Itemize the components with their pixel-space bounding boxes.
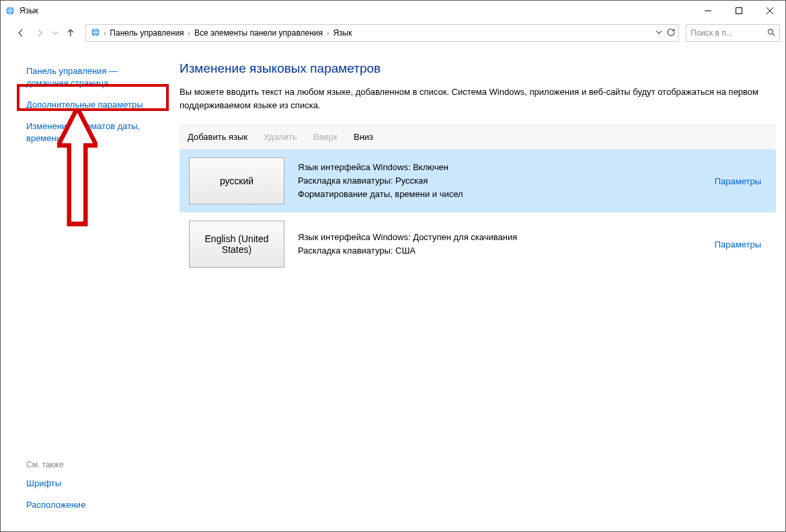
language-detail-line: Язык интерфейса Windows: Доступен для ск… <box>298 231 701 244</box>
sidebar-link-advanced[interactable]: Дополнительные параметры <box>1 98 167 114</box>
chevron-right-icon: › <box>102 30 107 37</box>
svg-rect-2 <box>736 8 742 14</box>
search-icon <box>767 28 775 38</box>
window: Язык › Панель управления › Все элементы … <box>0 0 786 532</box>
page-heading: Изменение языковых параметров <box>180 61 776 76</box>
sidebar-link-location[interactable]: Расположение <box>1 498 167 514</box>
chevron-right-icon: › <box>187 30 192 37</box>
toolbar-remove[interactable]: Удалить <box>264 132 297 142</box>
search-placeholder: Поиск в п... <box>691 28 733 38</box>
window-title: Язык <box>19 6 38 15</box>
page-description: Вы можете вводить текст на любом языке, … <box>180 85 776 112</box>
language-detail-line: Раскладка клавиатуры: США <box>298 244 701 258</box>
language-options-link[interactable]: Параметры <box>715 239 767 250</box>
see-also-label: См. также <box>1 459 167 473</box>
language-tile[interactable]: русский <box>189 157 284 204</box>
close-button[interactable] <box>754 1 785 21</box>
up-button[interactable] <box>63 25 79 41</box>
app-icon <box>5 5 15 16</box>
address-icon <box>90 27 101 40</box>
language-tile[interactable]: English (United States) <box>189 221 284 268</box>
language-detail-line: Раскладка клавиатуры: Русская <box>298 174 701 188</box>
language-detail-line: Язык интерфейса Windows: Включен <box>298 161 701 174</box>
address-box[interactable]: › Панель управления › Все элементы панел… <box>85 24 679 42</box>
back-button[interactable] <box>13 25 29 41</box>
forward-button[interactable] <box>32 25 48 41</box>
sidebar-link-datetime[interactable]: Изменение форматов даты, времени и чисел <box>1 119 167 147</box>
svg-line-7 <box>773 34 775 36</box>
toolbar-move-up[interactable]: Вверх <box>313 132 338 142</box>
main-content: Изменение языковых параметров Вы можете … <box>167 45 785 530</box>
language-details: Язык интерфейса Windows: Включен Расклад… <box>298 161 701 201</box>
language-options-link[interactable]: Параметры <box>715 176 767 186</box>
language-detail-line: Форматирование даты, времени и чисел <box>298 188 701 201</box>
sidebar-link-fonts[interactable]: Шрифты <box>1 476 167 492</box>
maximize-button[interactable] <box>723 1 754 21</box>
sidebar-link-home[interactable]: Панель управления — домашняя страница <box>1 64 167 92</box>
language-list: русский Язык интерфейса Windows: Включен… <box>180 149 776 276</box>
toolbar: Добавить язык Удалить Вверх Вниз <box>180 124 776 149</box>
language-details: Язык интерфейса Windows: Доступен для ск… <box>298 231 701 258</box>
svg-point-6 <box>769 29 773 34</box>
chevron-down-icon[interactable] <box>656 28 662 38</box>
refresh-button[interactable] <box>666 28 676 39</box>
search-input[interactable]: Поиск в п... <box>686 24 780 42</box>
toolbar-add-language[interactable]: Добавить язык <box>188 132 247 142</box>
sidebar: Панель управления — домашняя страница До… <box>1 45 167 530</box>
language-row[interactable]: English (United States) Язык интерфейса … <box>180 213 776 276</box>
breadcrumb-item[interactable]: Все элементы панели управления <box>192 28 325 38</box>
recent-dropdown[interactable] <box>50 25 60 41</box>
chevron-right-icon: › <box>325 30 330 37</box>
breadcrumb-item[interactable]: Панель управления <box>107 28 186 38</box>
minimize-button[interactable] <box>693 1 723 21</box>
window-controls <box>693 1 785 21</box>
titlebar: Язык <box>1 1 785 21</box>
address-row: › Панель управления › Все элементы панел… <box>1 21 785 45</box>
toolbar-move-down[interactable]: Вниз <box>354 132 373 142</box>
breadcrumb-item[interactable]: Язык <box>330 28 354 38</box>
body: Панель управления — домашняя страница До… <box>1 45 785 530</box>
language-row[interactable]: русский Язык интерфейса Windows: Включен… <box>180 149 776 213</box>
